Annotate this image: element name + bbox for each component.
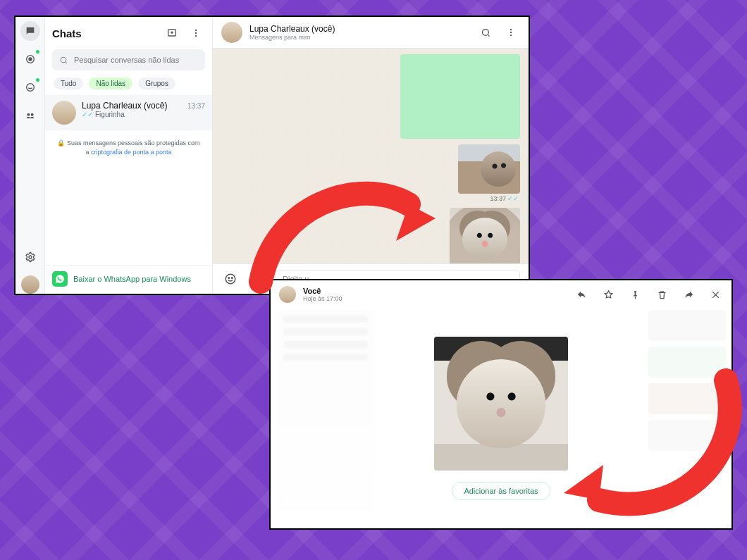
new-chat-icon[interactable] xyxy=(163,24,181,42)
viewer-time: Hoje às 17:00 xyxy=(303,295,342,302)
svg-point-8 xyxy=(195,32,197,34)
svg-point-17 xyxy=(232,278,233,279)
download-label: Baixar o WhatsApp para Windows xyxy=(73,275,191,283)
svg-point-12 xyxy=(510,29,512,30)
chat-avatar xyxy=(52,101,76,125)
message-time: 13:37✓✓ xyxy=(490,195,520,202)
delete-icon[interactable] xyxy=(654,287,669,302)
download-banner[interactable]: Baixar o WhatsApp para Windows xyxy=(45,265,212,294)
search-icon xyxy=(59,56,68,65)
filter-all[interactable]: Tudo xyxy=(54,77,83,89)
svg-point-11 xyxy=(482,29,488,35)
svg-point-9 xyxy=(195,35,197,37)
encryption-link[interactable]: criptografia de ponta a ponta xyxy=(91,149,172,156)
vertical-dots-icon[interactable] xyxy=(187,24,205,42)
svg-point-2 xyxy=(26,84,34,92)
lock-icon: 🔒 xyxy=(57,139,65,147)
svg-point-1 xyxy=(29,58,32,61)
emoji-icon[interactable] xyxy=(221,270,240,288)
star-icon[interactable] xyxy=(600,287,616,302)
chat-list-item[interactable]: Lupa Charleaux (você) 13:37 ✓✓ Figurinha xyxy=(45,95,212,130)
search-in-chat-icon[interactable] xyxy=(476,23,495,42)
svg-point-10 xyxy=(61,57,66,63)
svg-point-16 xyxy=(228,278,230,279)
sticker-preview[interactable] xyxy=(434,337,568,471)
channel-badge xyxy=(35,77,40,82)
encryption-notice: 🔒 Suas mensagens pessoais são protegidas… xyxy=(55,139,202,156)
chat-messages-area[interactable]: 13:37✓✓ 13:37✓✓ xyxy=(213,49,529,263)
chat-list-sidebar: Chats Tudo Não lidas Grupos Lupa Charlea… xyxy=(45,17,213,294)
chat-header-subtitle: Mensagens para mim xyxy=(249,34,335,41)
svg-point-4 xyxy=(30,113,33,116)
sticker-message[interactable] xyxy=(458,144,520,194)
community-icon[interactable] xyxy=(20,106,40,125)
status-icon[interactable] xyxy=(20,49,40,69)
profile-avatar[interactable] xyxy=(21,275,39,294)
chat-menu-icon[interactable] xyxy=(502,23,520,42)
read-ticks-icon: ✓✓ xyxy=(507,195,519,202)
svg-point-13 xyxy=(510,32,512,33)
status-badge xyxy=(35,49,40,54)
filter-row: Tudo Não lidas Grupos xyxy=(45,75,212,95)
whatsapp-main-window: Chats Tudo Não lidas Grupos Lupa Charlea… xyxy=(14,15,530,295)
sticker-viewer-window: Você Hoje às 17:00 Adicionar às favorita… xyxy=(269,279,733,530)
chat-time: 13:37 xyxy=(187,102,205,110)
viewer-sender: Você xyxy=(303,287,342,295)
chat-header-title: Lupa Charleaux (você) xyxy=(249,24,335,34)
close-icon[interactable] xyxy=(708,287,723,302)
viewer-avatar xyxy=(279,286,296,303)
chat-name: Lupa Charleaux (você) xyxy=(82,101,167,111)
chat-preview: Figurinha xyxy=(95,111,125,118)
search-field[interactable] xyxy=(74,56,198,64)
message-bubble[interactable] xyxy=(400,54,520,139)
svg-point-3 xyxy=(27,113,30,116)
sidebar-title: Chats xyxy=(52,27,157,39)
filter-groups[interactable]: Grupos xyxy=(138,77,175,89)
chat-icon[interactable] xyxy=(20,21,40,41)
settings-icon[interactable] xyxy=(20,247,40,267)
filter-unread[interactable]: Não lidas xyxy=(89,77,132,89)
sticker-message[interactable] xyxy=(450,208,520,263)
svg-point-14 xyxy=(510,35,512,36)
attach-icon[interactable] xyxy=(248,270,266,288)
svg-point-15 xyxy=(226,274,235,284)
add-to-favorites-button[interactable]: Adicionar às favoritas xyxy=(452,482,550,500)
viewer-body: Adicionar às favoritas xyxy=(271,309,731,528)
read-ticks-icon: ✓✓ xyxy=(82,111,93,118)
forward-icon[interactable] xyxy=(681,287,696,302)
whatsapp-logo-icon xyxy=(52,271,68,287)
chat-panel: Lupa Charleaux (você) Mensagens para mim… xyxy=(213,17,529,294)
chat-header-avatar xyxy=(221,22,242,43)
channel-icon[interactable] xyxy=(20,77,40,97)
reply-icon[interactable] xyxy=(574,287,589,302)
pin-icon[interactable] xyxy=(627,287,643,302)
search-input[interactable] xyxy=(52,49,205,70)
nav-rail xyxy=(16,17,45,294)
svg-point-5 xyxy=(29,256,32,259)
viewer-header: Você Hoje às 17:00 xyxy=(271,280,731,309)
chat-header[interactable]: Lupa Charleaux (você) Mensagens para mim xyxy=(213,17,529,49)
svg-point-7 xyxy=(195,30,197,31)
